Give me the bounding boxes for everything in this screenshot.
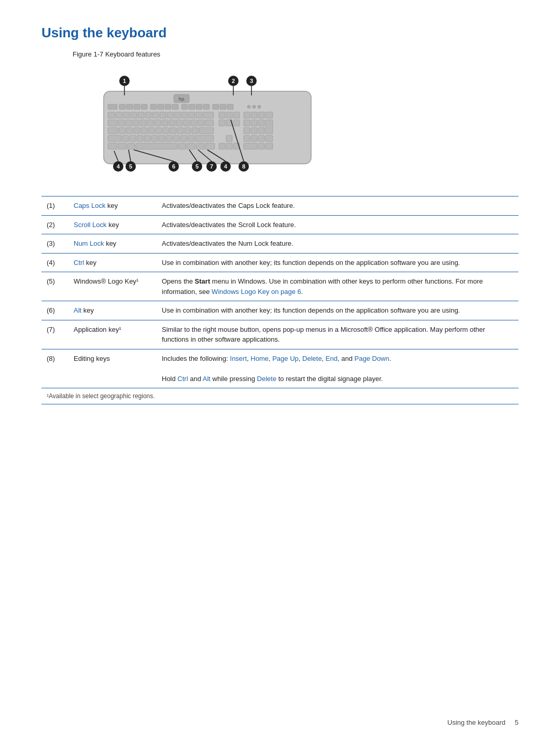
end-link[interactable]: End: [326, 355, 338, 362]
svg-rect-84: [144, 135, 150, 142]
svg-text:3: 3: [250, 78, 253, 84]
svg-rect-100: [136, 143, 177, 149]
page-title: Using the keyboard: [41, 25, 519, 41]
row-key: Scroll Lock key: [68, 215, 157, 234]
svg-rect-24: [123, 112, 130, 118]
svg-rect-31: [174, 112, 180, 118]
svg-text:hp: hp: [179, 96, 185, 102]
row-key: Editing keys: [68, 349, 157, 388]
svg-rect-18: [227, 104, 233, 109]
svg-rect-76: [199, 128, 214, 134]
row-num: (5): [41, 272, 68, 301]
svg-rect-73: [177, 128, 184, 134]
row-num: (3): [41, 234, 68, 254]
alt-link2[interactable]: Alt: [203, 375, 211, 383]
svg-rect-34: [196, 112, 202, 118]
svg-rect-12: [181, 104, 188, 109]
row-num: (2): [41, 215, 68, 234]
svg-rect-26: [138, 112, 144, 118]
page-down-link[interactable]: Page Down: [355, 355, 389, 362]
svg-rect-14: [196, 104, 202, 109]
svg-rect-63: [265, 120, 273, 134]
svg-rect-35: [203, 112, 214, 118]
svg-rect-61: [251, 120, 257, 126]
svg-rect-72: [170, 128, 176, 134]
insert-link[interactable]: Insert: [230, 355, 247, 362]
caps-lock-link[interactable]: Caps Lock: [74, 202, 105, 209]
row-desc: Use in combination with another key; its…: [157, 301, 519, 320]
row-key: Windows® Logo Key¹: [68, 272, 157, 301]
delete-link[interactable]: Delete: [302, 355, 322, 362]
svg-text:5: 5: [129, 163, 132, 170]
svg-rect-57: [219, 120, 225, 126]
svg-point-19: [247, 105, 250, 108]
svg-rect-45: [125, 120, 132, 126]
page-up-link[interactable]: Page Up: [272, 355, 299, 362]
figure-label-bold: Figure 1-7: [73, 50, 103, 58]
windows-logo-key-link[interactable]: Windows Logo Key on page 6: [212, 288, 301, 296]
table-row: (1) Caps Lock key Activates/deactivates …: [41, 196, 519, 216]
svg-text:2: 2: [232, 78, 235, 84]
svg-rect-66: [127, 128, 133, 134]
ctrl-link2[interactable]: Ctrl: [177, 375, 188, 383]
svg-rect-65: [119, 128, 125, 134]
svg-rect-94: [251, 135, 257, 142]
row-desc: Use in combination with another key; its…: [157, 253, 519, 272]
svg-rect-17: [220, 104, 226, 109]
svg-rect-29: [160, 112, 166, 118]
svg-rect-46: [133, 120, 139, 126]
delete-link2[interactable]: Delete: [257, 375, 277, 383]
svg-rect-7: [141, 104, 147, 109]
home-link[interactable]: Home: [250, 355, 269, 362]
svg-rect-56: [205, 120, 214, 126]
row-desc: Activates/deactivates the Caps Lock feat…: [157, 196, 519, 216]
svg-rect-70: [156, 128, 162, 134]
row-num: (8): [41, 349, 68, 388]
row-desc: Activates/deactivates the Num Lock featu…: [157, 234, 519, 254]
row-num: (1): [41, 196, 68, 216]
page-footer: Using the keyboard 5: [447, 719, 519, 726]
svg-text:6: 6: [172, 163, 175, 170]
footer-label: Using the keyboard: [447, 719, 506, 726]
svg-rect-74: [185, 128, 191, 134]
svg-rect-59: [233, 120, 240, 126]
svg-rect-47: [140, 120, 146, 126]
svg-rect-43: [108, 120, 117, 126]
svg-rect-37: [226, 112, 232, 118]
svg-rect-11: [172, 104, 178, 109]
svg-text:7: 7: [210, 163, 213, 170]
svg-rect-71: [163, 128, 169, 134]
svg-rect-69: [148, 128, 155, 134]
svg-rect-30: [167, 112, 173, 118]
scroll-lock-link[interactable]: Scroll Lock: [74, 221, 107, 229]
svg-text:4: 4: [224, 163, 228, 170]
svg-rect-82: [130, 135, 136, 142]
svg-text:4: 4: [117, 163, 120, 170]
row-key: Num Lock key: [68, 234, 157, 254]
svg-rect-77: [244, 128, 250, 134]
svg-rect-108: [244, 143, 257, 149]
ctrl-link[interactable]: Ctrl: [74, 259, 84, 266]
svg-rect-40: [251, 112, 257, 118]
row-desc: Includes the following: Insert, Home, Pa…: [157, 349, 519, 388]
keyboard-figure: hp: [73, 65, 342, 179]
svg-rect-10: [165, 104, 171, 109]
figure-label: Figure 1-7 Keyboard features: [73, 50, 519, 58]
svg-rect-36: [219, 112, 225, 118]
svg-rect-87: [166, 135, 172, 142]
table-row: (8) Editing keys Includes the following:…: [41, 349, 519, 388]
row-num: (4): [41, 253, 68, 272]
row-num: (6): [41, 301, 68, 320]
svg-rect-39: [244, 112, 250, 118]
num-lock-link[interactable]: Num Lock: [74, 240, 104, 247]
svg-rect-23: [116, 112, 122, 118]
svg-rect-54: [191, 120, 197, 126]
svg-rect-41: [258, 112, 264, 118]
svg-rect-75: [192, 128, 198, 134]
svg-rect-16: [213, 104, 219, 109]
svg-rect-60: [244, 120, 250, 126]
svg-rect-79: [258, 128, 264, 134]
svg-text:1: 1: [123, 78, 126, 84]
alt-link[interactable]: Alt: [74, 306, 81, 314]
svg-rect-62: [258, 120, 264, 126]
